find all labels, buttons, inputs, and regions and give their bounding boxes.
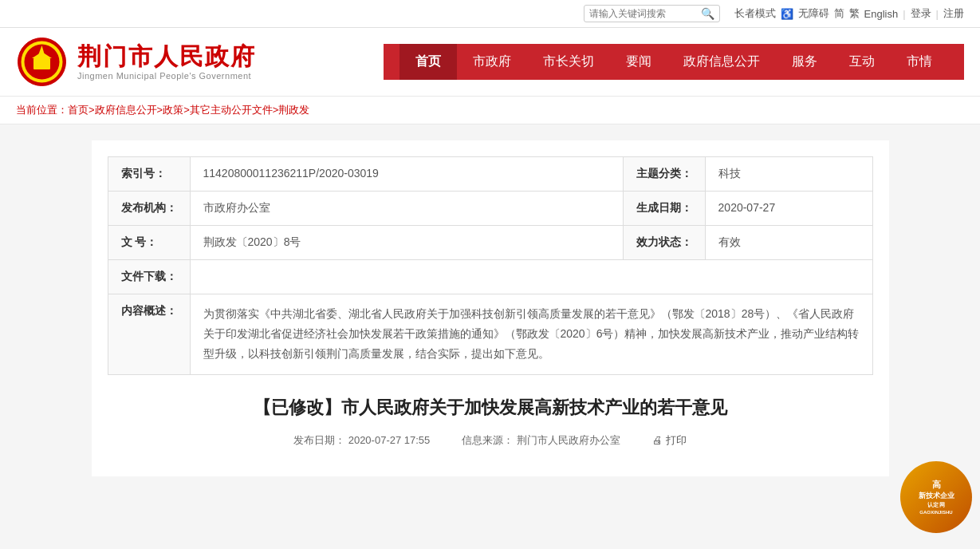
logo-emblem: 国徽 [16, 36, 68, 88]
nav-item-home[interactable]: 首页 [399, 44, 457, 80]
nav-item-interaction[interactable]: 互动 [833, 44, 891, 80]
label-topic: 主题分类： [623, 157, 705, 192]
english-link[interactable]: English [864, 8, 899, 20]
value-download [190, 260, 872, 294]
top-bar: 🔍 长者模式 ♿ 无障碍 简 繁 English | 登录 | 注册 [0, 0, 980, 28]
label-description: 内容概述： [108, 294, 190, 375]
svg-text:国徽: 国徽 [36, 70, 49, 77]
badge-corner: 高 新技术企业 认定网 GAOXINJISHU [900, 461, 972, 492]
nav-bar: 首页 市政府 市长关切 要闻 政府信息公开 服务 互动 市情 [384, 44, 964, 80]
logo-cn: 荆门市人民政府 [77, 42, 256, 71]
article-meta: 发布日期： 2020-07-27 17:55 信息来源： 荆门市人民政府办公室 … [108, 433, 873, 448]
breadcrumb-text: 当前位置：首页>政府信息公开>政策>其它主动公开文件>荆政发 [16, 104, 309, 116]
info-table: 索引号： 11420800011236211P/2020-03019 主题分类：… [108, 156, 873, 375]
search-input[interactable] [589, 8, 701, 19]
nav-item-info[interactable]: 政府信息公开 [667, 44, 776, 80]
table-row-index: 索引号： 11420800011236211P/2020-03019 主题分类：… [108, 157, 872, 192]
printer-icon: 🖨 [652, 434, 663, 446]
nav-item-mayor[interactable]: 市长关切 [527, 44, 610, 80]
value-index: 11420800011236211P/2020-03019 [190, 157, 623, 192]
label-docno: 文 号： [108, 226, 190, 260]
login-link[interactable]: 登录 [911, 6, 931, 21]
separator2: | [936, 8, 939, 20]
value-topic: 科技 [705, 157, 872, 192]
nav-item-situation[interactable]: 市情 [891, 44, 948, 80]
top-bar-links: 长者模式 ♿ 无障碍 简 繁 English | 登录 | 注册 [734, 6, 964, 21]
publish-date-value: 2020-07-27 17:55 [348, 434, 431, 446]
accessibility-link[interactable]: 无障碍 [798, 6, 829, 21]
logo-text: 荆门市人民政府 Jingmen Municipal People's Gover… [77, 42, 256, 81]
value-publisher: 市政府办公室 [190, 192, 623, 226]
register-link[interactable]: 注册 [943, 6, 964, 21]
svg-rect-5 [33, 58, 50, 69]
label-date: 生成日期： [623, 192, 705, 226]
table-row-download: 文件下载： [108, 260, 872, 294]
source-info: 信息来源： 荆门市人民政府办公室 [462, 433, 620, 448]
traditional-link[interactable]: 繁 [849, 6, 860, 21]
label-index: 索引号： [108, 157, 190, 192]
source-label: 信息来源： [462, 434, 514, 446]
value-description: 为贯彻落实《中共湖北省委、湖北省人民政府关于加强科技创新引领高质量发展的若干意见… [190, 294, 872, 375]
accessibility-icon: ♿ [781, 8, 793, 20]
print-button[interactable]: 🖨 打印 [652, 433, 687, 448]
main-content: 索引号： 11420800011236211P/2020-03019 主题分类：… [92, 140, 889, 476]
table-row-publisher: 发布机构： 市政府办公室 生成日期： 2020-07-27 [108, 192, 872, 226]
nav-item-news[interactable]: 要闻 [610, 44, 667, 80]
value-status: 有效 [705, 226, 872, 260]
nav: 首页 市政府 市长关切 要闻 政府信息公开 服务 互动 市情 [384, 44, 964, 80]
nav-item-service[interactable]: 服务 [776, 44, 833, 80]
publish-date: 发布日期： 2020-07-27 17:55 [293, 433, 430, 448]
publish-date-label: 发布日期： [293, 434, 345, 446]
nav-item-government[interactable]: 市政府 [457, 44, 527, 80]
elder-mode-link[interactable]: 长者模式 [734, 6, 776, 21]
label-publisher: 发布机构： [108, 192, 190, 226]
table-row-docno: 文 号： 荆政发〔2020〕8号 效力状态： 有效 [108, 226, 872, 260]
separator: | [903, 8, 905, 20]
breadcrumb: 当前位置：首页>政府信息公开>政策>其它主动公开文件>荆政发 [0, 96, 980, 124]
logo-area: 国徽 荆门市人民政府 Jingmen Municipal People's Go… [16, 36, 256, 88]
value-docno: 荆政发〔2020〕8号 [190, 226, 623, 260]
article-title: 【已修改】市人民政府关于加快发展高新技术产业的若干意见 [108, 394, 873, 421]
value-date: 2020-07-27 [705, 192, 872, 226]
badge-middle-text: 新技术企业 [919, 492, 954, 492]
label-status: 效力状态： [623, 226, 705, 260]
print-label: 打印 [666, 433, 687, 448]
label-download: 文件下载： [108, 260, 190, 294]
badge-top-text: 高 [932, 479, 941, 490]
search-button[interactable]: 🔍 [701, 7, 714, 20]
source-value: 荆门市人民政府办公室 [517, 434, 620, 446]
logo-en: Jingmen Municipal People's Government [77, 71, 256, 81]
table-row-description: 内容概述： 为贯彻落实《中共湖北省委、湖北省人民政府关于加强科技创新引领高质量发… [108, 294, 872, 375]
simplified-link[interactable]: 简 [834, 6, 844, 21]
search-box[interactable]: 🔍 [584, 5, 720, 22]
header: 国徽 荆门市人民政府 Jingmen Municipal People's Go… [0, 28, 980, 96]
